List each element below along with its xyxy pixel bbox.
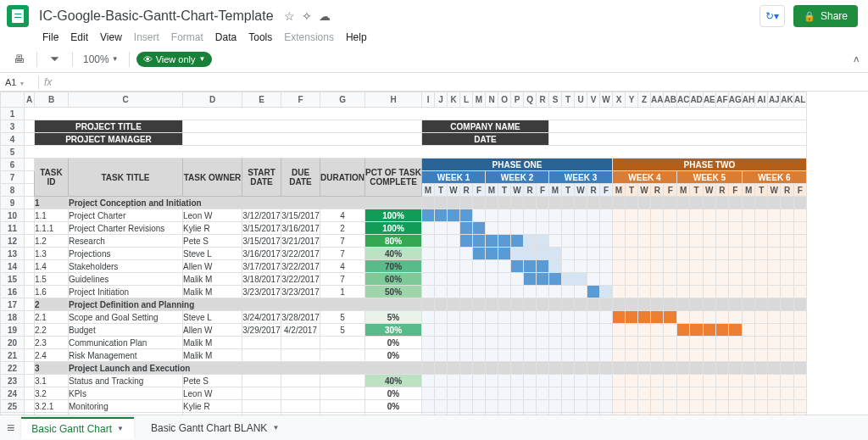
col-header[interactable]: E [242,92,281,108]
zoom-select[interactable]: 100%▼ [80,52,122,67]
menu-tools[interactable]: Tools [243,29,277,46]
col-header[interactable]: AE [703,92,715,108]
col-header[interactable]: AL [793,92,806,108]
col-header[interactable]: O [498,92,511,108]
col-header[interactable]: U [575,92,587,108]
col-header[interactable]: S [549,92,562,108]
formula-input[interactable] [57,75,868,89]
col-header[interactable]: AG [728,92,742,108]
toolbar: 🖶 ⏷ 100%▼ 👁 View only ▼ ʌ [0,46,868,73]
move-icon[interactable]: ✧ [302,9,312,23]
sheet-tab-blank[interactable]: Basic Gantt Chart BLANK▼ [141,418,289,432]
col-header[interactable]: C [69,92,183,108]
col-header[interactable]: Z [638,92,651,108]
col-header[interactable]: J [435,92,448,108]
col-header[interactable]: X [613,92,626,108]
collapse-toolbar-icon[interactable]: ʌ [854,53,860,64]
spreadsheet-grid[interactable]: ABCDEFGHIJKLMNOPQRSTUVWXYZAAABACADAEAFAG… [0,92,868,431]
menu-edit[interactable]: Edit [65,29,93,46]
col-header[interactable]: R [537,92,549,108]
col-header[interactable]: P [511,92,524,108]
col-header[interactable]: Y [626,92,638,108]
col-header[interactable]: AD [690,92,703,108]
col-header[interactable]: AB [664,92,676,108]
col-header[interactable]: W [600,92,613,108]
menu-data[interactable]: Data [210,29,242,46]
col-header[interactable]: N [486,92,498,108]
col-header[interactable]: K [448,92,460,108]
col-header[interactable]: D [183,92,242,108]
sheets-logo[interactable] [7,5,29,27]
share-label: Share [821,10,848,22]
col-header[interactable]: B [35,92,69,108]
menu-insert: Insert [129,29,164,46]
col-header[interactable]: AH [742,92,754,108]
col-header[interactable]: AK [781,92,793,108]
menu-format: Format [166,29,209,46]
sheet-tab-active[interactable]: Basic Gantt Chart▼ [21,417,134,432]
menu-extensions: Extensions [279,29,339,46]
col-header[interactable]: T [562,92,575,108]
menu-help[interactable]: Help [341,29,372,46]
share-button[interactable]: 🔒 Share [793,5,858,27]
filter-icon[interactable]: ⏷ [44,49,65,69]
cloud-icon[interactable]: ☁ [319,9,331,23]
col-header[interactable]: H [365,92,422,108]
fx-icon: fx [39,76,57,88]
view-only-pill[interactable]: 👁 View only ▼ [136,52,213,67]
col-header[interactable]: AJ [768,92,781,108]
star-icon[interactable]: ☆ [284,9,295,23]
lock-icon: 🔒 [804,11,815,22]
eye-icon: 👁 [143,54,153,64]
col-header[interactable]: AI [755,92,768,108]
col-header[interactable]: Q [524,92,537,108]
name-box[interactable]: A1 ▼ [0,75,39,89]
col-header[interactable]: M [473,92,486,108]
sheet-bar: ≡ Basic Gantt Chart▼ Basic Gantt Chart B… [0,415,868,431]
col-header[interactable]: F [281,92,320,108]
col-header[interactable]: AC [676,92,689,108]
col-header[interactable]: AF [715,92,728,108]
col-header[interactable]: L [460,92,473,108]
doc-title[interactable]: IC-Google-Basic-Gantt-Chart-Template [36,7,277,25]
formula-bar: A1 ▼ fx [0,73,868,92]
col-header[interactable]: A [25,92,35,108]
col-header[interactable]: G [320,92,365,108]
menu-file[interactable]: File [37,29,64,46]
history-button[interactable]: ↻▾ [760,5,785,27]
print-icon[interactable]: 🖶 [8,49,30,69]
col-header[interactable]: AA [651,92,664,108]
app-header: IC-Google-Basic-Gantt-Chart-Template ☆ ✧… [0,0,868,29]
all-sheets-icon[interactable]: ≡ [7,421,14,432]
menu-bar: File Edit View Insert Format Data Tools … [0,29,868,46]
col-header[interactable]: I [422,92,435,108]
col-header[interactable]: V [587,92,600,108]
menu-view[interactable]: View [95,29,127,46]
